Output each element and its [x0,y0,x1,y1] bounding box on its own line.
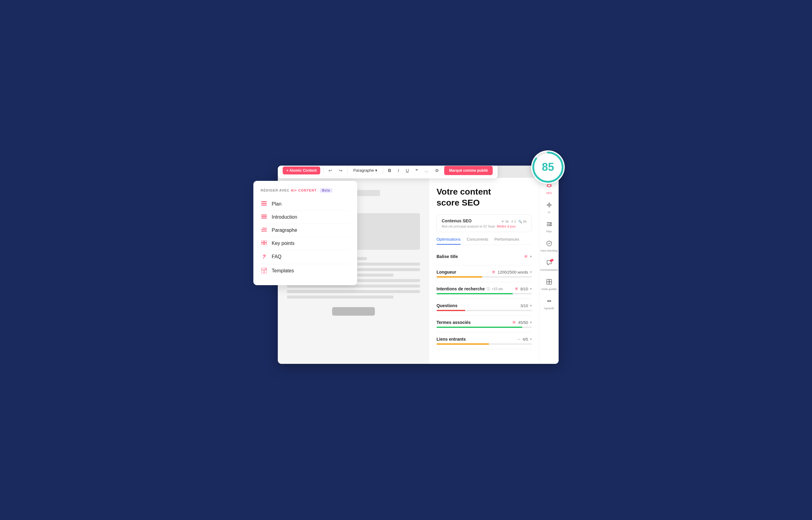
questions-controls: 3/10 ▾ [520,304,532,308]
menu-item-plan[interactable]: Plan [261,198,350,211]
intentions-label: Intentions de recherche [437,286,485,291]
intentions-hint: ⓘ [487,287,490,291]
ai-panel-header: RÉDIGER AVEC AI+ CONTENT Beta [261,188,350,193]
svg-rect-11 [549,282,551,284]
svg-rect-3 [547,222,551,223]
fact-checking-icon [546,240,552,248]
sidebar-icon-plan[interactable]: Plan [546,221,552,233]
menu-item-templates[interactable]: Templates [261,264,350,278]
toolbar-divider-3 [383,167,383,174]
longueur-controls: ⛨ 1200/2500 words ▾ [492,270,532,275]
visite-guidee-icon-label: Visite guidée [541,288,557,291]
svg-rect-27 [264,243,267,245]
intentions-label-group: Intentions de recherche ⓘ +15 pts [437,286,503,291]
toolbar-divider-1 [323,167,324,174]
plan-icon-label: Plan [546,230,551,233]
key-points-menu-icon [261,241,267,246]
meta-rank: # 2 [511,219,516,223]
sidebar-icon-commentaires[interactable]: Commentaires [540,260,558,271]
seo-card-title: Contenus SEO [442,218,472,223]
questions-value: 3/10 [520,304,528,308]
menu-item-faq[interactable]: ? FAQ [261,250,350,264]
chevron-balise[interactable]: ▾ [530,254,532,259]
undo-button[interactable]: ↩ [327,167,334,174]
sidebar-icon-ai[interactable]: AI [546,202,552,214]
ai-header-brand: AI+ CONTENT [291,188,317,192]
ai-panel: RÉDIGER AVEC AI+ CONTENT Beta Plan [253,181,357,285]
intentions-progress [437,293,532,294]
svg-rect-8 [547,279,549,282]
ai-icon [546,202,552,210]
toolbar-divider-2 [347,167,348,174]
more-button[interactable]: ... [423,167,430,174]
editor-toolbar: + Atomic Content ↩ ↪ Paragraphe ▾ B I U … [278,165,498,178]
svg-point-7 [550,260,552,262]
atomic-content-button[interactable]: + Atomic Content [283,166,320,175]
paragraphe-menu-label: Paragraphe [272,228,297,233]
chevron-longueur[interactable]: ▾ [530,270,532,274]
seo-tabs: Optimisations Concurrents Performances [437,237,532,245]
chevron-liens[interactable]: ▾ [530,337,532,341]
sidebar-icon-agrandir[interactable]: Agrandir [544,298,554,310]
svg-point-31 [265,268,266,269]
intentions-value: 8/10 [520,287,528,291]
seo-row-longueur-header: Longueur ⛨ 1200/2500 words ▾ [437,269,532,275]
bold-button[interactable]: B [386,167,393,174]
liens-progress [437,343,532,345]
chevron-termes[interactable]: ▾ [530,320,532,324]
underline-button[interactable]: U [404,167,411,174]
quote-button[interactable]: ❝ [414,167,420,174]
commentaires-icon-label: Commentaires [540,268,558,271]
seo-row-balise-title: Balise title ⛨ ▾ [437,250,532,265]
tab-concurrents[interactable]: Concurrents [467,237,488,244]
svg-rect-12 [261,201,267,202]
content-line-8 [287,295,393,298]
svg-rect-10 [547,282,549,284]
tab-performances[interactable]: Performances [494,237,519,244]
menu-item-introduction[interactable]: Introduction [261,211,350,224]
plan-menu-icon [261,201,267,206]
longueur-value: 1200/2500 words [498,270,528,275]
publish-button[interactable]: Marqué comme publié [444,166,493,175]
ai-badge: Beta [320,188,333,193]
termes-progress [437,327,532,328]
meta-views: 👁 6k [501,219,509,223]
intentions-pts: +15 pts [492,287,503,291]
longueur-progress [437,276,532,278]
introduction-menu-icon [261,214,267,219]
questions-label: Questions [437,303,457,308]
seo-row-intentions: Intentions de recherche ⓘ +15 pts ⛨ 8/10… [437,282,532,299]
ai-icon-label: AI [548,211,550,214]
svg-rect-4 [547,224,550,225]
settings-button[interactable]: ⚙ [433,167,441,174]
svg-rect-6 [550,223,551,226]
tab-optimisations[interactable]: Optimisations [437,237,461,244]
redo-button[interactable]: ↪ [337,167,344,174]
update-link[interactable]: Mettre à jour [497,225,516,228]
sidebar-icon-seo[interactable]: SEO [546,183,552,194]
seo-row-liens-header: Liens entrants ↔ 4/5 ▾ [437,337,532,342]
menu-item-paragraphe[interactable]: Paragraphe [261,224,350,237]
liens-value: 4/5 [523,337,528,342]
seo-row-intentions-header: Intentions de recherche ⓘ +15 pts ⛨ 8/10… [437,286,532,291]
chevron-intentions[interactable]: ▾ [530,287,532,291]
seo-panel: Votre content score SEO Contenus SEO 👁 6… [429,178,539,364]
balise-title-controls: ⛨ ▾ [524,254,532,259]
chevron-questions[interactable]: ▾ [530,304,532,308]
shield-icon-termes: ⛨ [513,320,516,324]
shield-icon-balise: ⛨ [524,254,528,259]
balise-title-label: Balise title [437,254,458,259]
italic-button[interactable]: I [396,167,401,174]
templates-menu-icon [261,268,267,274]
liens-label: Liens entrants [437,337,466,342]
seo-row-termes-header: Termes associés ⛨ 45/50 ▾ [437,320,532,325]
sidebar-icon-fact-checking[interactable]: Fact-checking [540,240,558,252]
longueur-progress-fill [437,276,482,278]
paragraph-select[interactable]: Paragraphe ▾ [351,167,380,174]
right-sidebar: SEO AI [539,178,559,364]
seo-icon-label: SEO [546,191,552,194]
menu-item-key-points[interactable]: Key points [261,237,350,250]
introduction-menu-label: Introduction [272,214,297,220]
sidebar-icon-visite-guidee[interactable]: Visite guidée [541,279,557,291]
faq-menu-label: FAQ [272,254,281,260]
